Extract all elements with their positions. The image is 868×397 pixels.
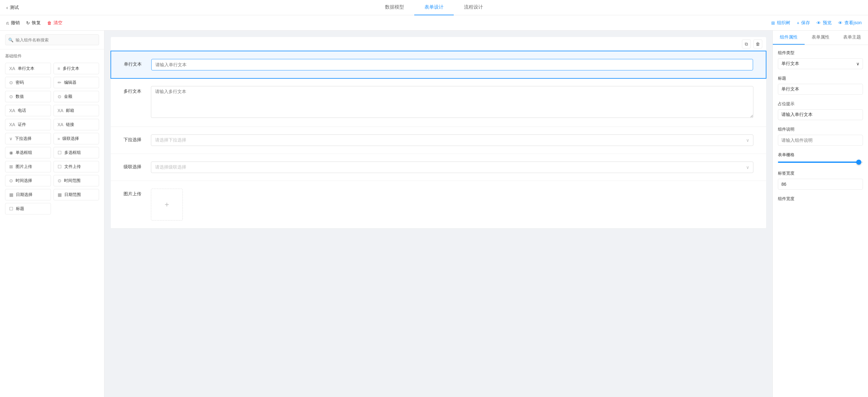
search-box: 🔍 — [0, 31, 104, 49]
undo-button[interactable]: ⎌ 撤销 — [6, 20, 20, 26]
comp-title[interactable]: ☐ 标题 — [5, 203, 51, 215]
toolbar: ⎌ 撤销 ↻ 恢复 🗑 清空 ⊞ 组织树 + 保存 👁 预览 👁 查看json — [0, 15, 868, 31]
single-text-control — [151, 59, 753, 70]
org-tree-button[interactable]: ⊞ 组织树 — [771, 20, 790, 26]
comp-editor[interactable]: ✏ 编辑器 — [54, 77, 99, 88]
toolbar-right: ⊞ 组织树 + 保存 👁 预览 👁 查看json — [771, 20, 862, 26]
back-icon: ‹ — [6, 5, 8, 10]
canvas-actions: ⧉ 🗑 — [111, 37, 766, 51]
comp-phone-icon: XA — [9, 108, 15, 113]
right-panel-content: 组件类型 单行文本 ∨ 标题 占位提示 组件说明 — [773, 45, 868, 397]
dropdown-control: 请选择下拉选择 ∨ — [151, 135, 753, 146]
save-button[interactable]: + 保存 — [797, 20, 810, 26]
back-button[interactable]: ‹ 测试 — [6, 5, 19, 10]
comp-checkbox-label: 多选框组 — [64, 150, 81, 155]
prop-grid-slider-thumb[interactable] — [856, 160, 861, 165]
image-upload-row[interactable]: 图片上传 + — [111, 181, 766, 228]
redo-label: 恢复 — [32, 20, 41, 26]
prop-component-type-label: 组件类型 — [778, 50, 863, 56]
image-upload-box[interactable]: + — [151, 189, 183, 221]
cascader-row[interactable]: 级联选择 请选择级联选择 ∨ — [111, 154, 766, 181]
app-title: 测试 — [10, 5, 19, 10]
comp-cascader[interactable]: » 级联选择 — [54, 133, 99, 144]
prop-grid: 表单栅格 — [778, 152, 863, 164]
comp-dropdown[interactable]: ∨ 下拉选择 — [5, 133, 51, 144]
comp-multi-text[interactable]: ≡ 多行文本 — [54, 63, 99, 74]
top-nav-tabs: 数据模型 表单设计 流程设计 — [375, 0, 493, 15]
main-layout: 🔍 基础组件 XA 单行文本 ≡ 多行文本 ⊙ 密码 ✏ 编辑器 ⊙ — [0, 31, 868, 397]
single-text-input[interactable] — [151, 59, 753, 70]
single-text-label: 单行文本 — [124, 59, 151, 67]
component-grid: XA 单行文本 ≡ 多行文本 ⊙ 密码 ✏ 编辑器 ⊙ 数值 ⊙ 金额 — [0, 61, 104, 216]
delete-field-button[interactable]: 🗑 — [753, 39, 762, 49]
view-json-label: 查看json — [844, 20, 862, 26]
save-label: 保存 — [801, 20, 810, 26]
comp-time-picker[interactable]: ⊙ 时间选择 — [5, 175, 51, 187]
image-upload-label: 图片上传 — [124, 189, 151, 197]
comp-checkbox-icon: ☐ — [58, 150, 62, 155]
comp-number[interactable]: ⊙ 数值 — [5, 91, 51, 102]
prop-placeholder-label: 占位提示 — [778, 101, 863, 107]
prop-placeholder-input[interactable] — [778, 109, 863, 120]
comp-date-range[interactable]: ▦ 日期范围 — [54, 189, 99, 200]
clear-button[interactable]: 🗑 清空 — [47, 20, 62, 26]
redo-button[interactable]: ↻ 恢复 — [26, 20, 41, 26]
comp-idcard[interactable]: XA 证件 — [5, 119, 51, 130]
comp-date-picker[interactable]: ▦ 日期选择 — [5, 189, 51, 200]
prop-comp-width: 组件宽度 — [778, 196, 863, 202]
dropdown-row[interactable]: 下拉选择 请选择下拉选择 ∨ — [111, 127, 766, 154]
comp-image-upload[interactable]: ⊠ 图片上传 — [5, 161, 51, 172]
multi-text-row[interactable]: 多行文本 — [111, 78, 766, 127]
search-input[interactable] — [5, 34, 99, 45]
multi-text-textarea[interactable] — [151, 86, 753, 118]
comp-link[interactable]: XA 链接 — [54, 119, 99, 130]
cascader-select[interactable]: 请选择级联选择 ∨ — [151, 162, 753, 173]
comp-single-text[interactable]: XA 单行文本 — [5, 63, 51, 74]
prop-title-input[interactable] — [778, 84, 863, 95]
tab-form-design[interactable]: 表单设计 — [414, 0, 454, 15]
comp-dropdown-icon: ∨ — [9, 136, 12, 141]
prop-component-type-select[interactable]: 单行文本 ∨ — [778, 58, 863, 69]
comp-password[interactable]: ⊙ 密码 — [5, 77, 51, 88]
tab-form-props[interactable]: 表单属性 — [805, 31, 836, 45]
dropdown-select[interactable]: 请选择下拉选择 ∨ — [151, 135, 753, 146]
preview-button[interactable]: 👁 预览 — [816, 20, 832, 26]
undo-icon: ⎌ — [6, 20, 9, 26]
comp-email[interactable]: XA 邮箱 — [54, 105, 99, 116]
image-upload-control: + — [151, 189, 753, 221]
prop-description-input[interactable] — [778, 135, 863, 146]
comp-link-label: 链接 — [66, 122, 74, 127]
tab-component-props[interactable]: 组件属性 — [773, 31, 805, 45]
comp-amount-icon: ⊙ — [58, 94, 61, 99]
comp-time-range[interactable]: ⊙ 时间范围 — [54, 175, 99, 187]
single-text-row[interactable]: 单行文本 — [111, 51, 767, 79]
canvas-form: ⧉ 🗑 单行文本 多行文本 下拉选择 — [111, 37, 766, 228]
comp-phone[interactable]: XA 电话 — [5, 105, 51, 116]
comp-date-range-label: 日期范围 — [64, 192, 81, 198]
prop-placeholder: 占位提示 — [778, 101, 863, 120]
copy-field-button[interactable]: ⧉ — [742, 39, 751, 49]
view-json-button[interactable]: 👁 查看json — [838, 20, 862, 26]
right-panel-tabs: 组件属性 表单属性 表单主题 — [773, 31, 868, 45]
prop-label-width-input[interactable] — [778, 179, 863, 190]
multi-text-control — [151, 86, 753, 119]
comp-phone-label: 电话 — [18, 108, 26, 113]
prop-component-type-value: 单行文本 — [781, 61, 799, 66]
search-wrap: 🔍 — [5, 34, 99, 45]
prop-title: 标题 — [778, 76, 863, 95]
comp-cascader-icon: » — [58, 136, 60, 141]
prop-label-width: 标签宽度 — [778, 170, 863, 190]
comp-single-text-icon: XA — [9, 66, 15, 71]
comp-link-icon: XA — [58, 122, 64, 127]
upload-plus-icon: + — [165, 200, 169, 209]
comp-radio[interactable]: ◉ 单选框组 — [5, 147, 51, 158]
comp-file-upload[interactable]: ☐ 文件上传 — [54, 161, 99, 172]
tab-flow-design[interactable]: 流程设计 — [454, 0, 493, 15]
comp-checkbox[interactable]: ☐ 多选框组 — [54, 147, 99, 158]
org-tree-label: 组织树 — [777, 20, 790, 26]
cascader-placeholder: 请选择级联选择 — [155, 164, 186, 170]
save-icon: + — [797, 20, 799, 26]
tab-data-model[interactable]: 数据模型 — [375, 0, 414, 15]
tab-form-theme[interactable]: 表单主题 — [836, 31, 868, 45]
comp-amount[interactable]: ⊙ 金额 — [54, 91, 99, 102]
